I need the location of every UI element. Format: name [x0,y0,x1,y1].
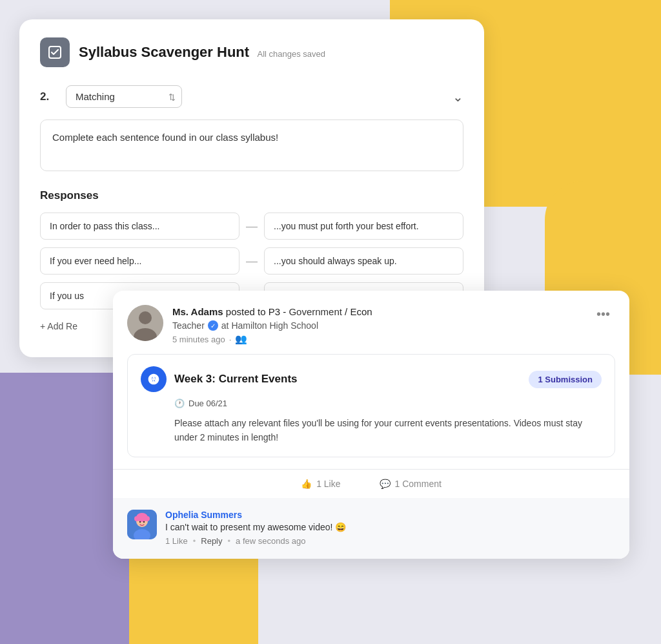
comment-count: 1 Comment [395,479,442,489]
question-type-select[interactable]: Matching [66,85,182,108]
teacher-role: Teacher [172,320,205,331]
dash-connector-2: — [246,254,258,268]
like-button[interactable]: 👍 1 Like [301,479,340,489]
reply-button[interactable]: Reply [201,536,222,546]
question-number: 2. [40,90,56,103]
svg-point-2 [139,311,152,324]
thumbs-up-icon: 👍 [301,479,312,489]
more-options-button[interactable]: ••• [591,305,615,323]
dash-connector-1: — [246,220,258,233]
quiz-title-group: Syllabus Scavenger Hunt All changes save… [79,44,325,61]
audience-icon: 👥 [235,333,247,345]
comment-body: Ophelia Summers I can't wait to present … [165,510,615,546]
question-type-wrapper[interactable]: Matching [66,85,182,108]
verified-icon: ✓ [208,320,218,331]
post-separator: · [229,335,232,344]
quiz-header: Syllabus Scavenger Hunt All changes save… [40,37,463,67]
question-row: 2. Matching ⌄ [40,85,463,108]
school-name: at Hamilton High School [221,320,318,331]
time-line: 5 minutes ago · 👥 [172,333,582,345]
quiz-icon [40,37,70,67]
teacher-line: Teacher ✓ at Hamilton High School [172,320,582,331]
like-count: 1 Like [316,479,340,489]
svg-point-10 [145,516,150,521]
post-time: 5 minutes ago [172,335,225,344]
svg-text:A: A [151,375,156,382]
svg-point-12 [143,521,145,523]
post-author: Ms. Adams [172,306,223,317]
add-response-button[interactable]: + Add Re [40,321,77,331]
question-prompt[interactable]: Complete each sentence found in our clas… [40,119,463,171]
avatar [127,305,163,341]
post-destination: Government [289,306,342,317]
post-action: posted to P3 - [226,306,289,317]
post-meta: Ms. Adams posted to P3 - Government / Ec… [172,305,582,345]
quiz-saved-status: All changes saved [258,49,326,59]
response-left-1[interactable] [40,213,239,240]
response-right-1[interactable] [264,213,463,240]
post-destination-2: / Econ [342,306,372,317]
assignment-header: A Week 3: Current Events 1 Submission [141,366,602,392]
social-card: Ms. Adams posted to P3 - Government / Ec… [113,291,629,559]
comment-icon: 💬 [380,479,391,489]
assignment-title: Week 3: Current Events [174,373,298,386]
comment-dot-1: • [193,536,196,546]
clock-icon: 🕐 [174,399,185,408]
comment-item: Ophelia Summers I can't wait to present … [127,510,615,546]
due-date: 🕐 Due 06/21 [174,399,602,408]
assignment-description: Please attach any relevant files you'll … [174,416,602,445]
comment-like-count: 1 Like [165,536,188,546]
comment-section: Ophelia Summers I can't wait to present … [113,498,629,559]
comment-actions: 1 Like • Reply • a few seconds ago [165,536,615,546]
response-left-2[interactable] [40,247,239,275]
collapse-button[interactable]: ⌄ [453,89,463,105]
comment-author: Ophelia Summers [165,510,615,520]
commenter-avatar [127,510,157,539]
response-right-2[interactable] [264,247,463,275]
assignment-block: A Week 3: Current Events 1 Submission 🕐 … [127,354,615,457]
comment-text: I can't wait to present my awesome video… [165,522,615,532]
due-date-text: Due 06/21 [188,399,227,408]
comment-button[interactable]: 💬 1 Comment [380,479,442,489]
svg-point-9 [134,516,139,521]
response-row-2: — [40,247,463,275]
comment-time: a few seconds ago [236,536,305,546]
assignment-icon: A [141,366,167,392]
post-title-line: Ms. Adams posted to P3 - Government / Ec… [172,305,582,318]
submission-badge[interactable]: 1 Submission [529,371,602,388]
svg-point-11 [139,521,141,523]
responses-label: Responses [40,189,463,202]
response-row-1: — [40,213,463,240]
post-header: Ms. Adams posted to P3 - Government / Ec… [113,291,629,354]
comment-dot-2: • [228,536,231,546]
reactions-row: 👍 1 Like 💬 1 Comment [113,469,629,498]
quiz-title: Syllabus Scavenger Hunt [79,44,249,60]
assignment-title-group: A Week 3: Current Events [141,366,298,392]
